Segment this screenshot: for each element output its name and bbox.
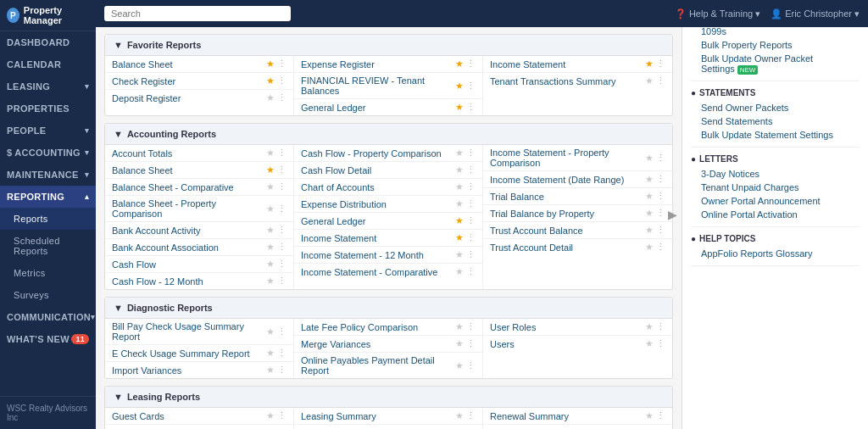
star-icon[interactable]: ★: [266, 75, 275, 86]
star-icon[interactable]: ★: [645, 208, 654, 219]
report-item[interactable]: Balance Sheet - Comparative ★ ⋮: [105, 179, 293, 196]
sidebar-item-accounting[interactable]: $ ACCOUNTING ▾: [0, 142, 96, 164]
more-icon[interactable]: ⋮: [656, 75, 665, 86]
report-item[interactable]: Bill Pay Check Usage Summary Report ★ ⋮: [105, 319, 293, 345]
star-icon[interactable]: ★: [455, 338, 464, 349]
star-icon[interactable]: ★: [645, 338, 654, 349]
star-icon[interactable]: ★: [266, 326, 275, 337]
sidebar-item-surveys[interactable]: Surveys: [0, 284, 96, 306]
panel-link[interactable]: Bulk Property Reports: [691, 38, 860, 52]
sidebar-item-metrics[interactable]: Metrics: [0, 262, 96, 284]
report-item[interactable]: Expense Register ★ ⋮: [294, 56, 482, 73]
report-item[interactable]: Guest Cards ★ ⋮: [105, 408, 293, 425]
star-icon[interactable]: ★: [645, 58, 654, 70]
more-icon[interactable]: ⋮: [466, 81, 476, 92]
report-item[interactable]: General Ledger ★ ⋮: [294, 99, 482, 115]
sidebar-item-dashboard[interactable]: DASHBOARD: [0, 31, 96, 53]
more-icon[interactable]: ⋮: [277, 75, 287, 86]
more-icon[interactable]: ⋮: [656, 208, 665, 219]
star-icon[interactable]: ★: [455, 249, 464, 260]
star-icon[interactable]: ★: [645, 191, 654, 202]
report-item[interactable]: User Roles ★ ⋮: [483, 319, 672, 336]
section-header-favorite[interactable]: ▼ Favorite Reports: [105, 35, 672, 56]
star-icon[interactable]: ★: [455, 181, 464, 192]
report-item[interactable]: Occupancy Summary ★ ⋮: [294, 425, 482, 429]
more-icon[interactable]: ⋮: [466, 232, 476, 243]
report-item[interactable]: Late Fee Policy Comparison ★ ⋮: [294, 319, 482, 336]
star-icon[interactable]: ★: [455, 198, 464, 209]
scroll-arrow[interactable]: ▶: [668, 208, 677, 221]
star-icon[interactable]: ★: [266, 203, 275, 214]
sidebar-item-whatsnew[interactable]: WHAT'S NEW 11: [0, 328, 96, 350]
report-item[interactable]: Income Statement - Comparative ★ ⋮: [294, 264, 482, 280]
report-item[interactable]: Chart of Accounts ★ ⋮: [294, 179, 482, 196]
star-icon[interactable]: ★: [455, 410, 464, 421]
section-header-accounting[interactable]: ▼ Accounting Reports: [105, 124, 672, 145]
report-item[interactable]: Cash Flow ★ ⋮: [105, 256, 293, 273]
report-item[interactable]: Income Statement (Date Range) ★ ⋮: [483, 171, 672, 188]
more-icon[interactable]: ⋮: [277, 259, 287, 270]
more-icon[interactable]: ⋮: [277, 348, 287, 359]
more-icon[interactable]: ⋮: [466, 410, 476, 421]
report-item[interactable]: Trial Balance by Property ★ ⋮: [483, 205, 672, 222]
more-icon[interactable]: ⋮: [277, 92, 287, 103]
report-item[interactable]: Rental Applications ★ ⋮: [483, 425, 672, 429]
sidebar-item-properties[interactable]: PROPERTIES: [0, 98, 96, 120]
report-item[interactable]: Income Statement ★ ⋮: [483, 56, 672, 73]
report-item[interactable]: Income Statement ★ ⋮: [294, 230, 482, 247]
star-icon[interactable]: ★: [455, 266, 464, 277]
report-item[interactable]: Users ★ ⋮: [483, 336, 672, 352]
report-item[interactable]: Cash Flow - 12 Month ★ ⋮: [105, 273, 293, 289]
report-item[interactable]: Leasing Summary ★ ⋮: [294, 408, 482, 425]
star-icon[interactable]: ★: [455, 148, 464, 159]
sidebar-item-calendar[interactable]: CALENDAR: [0, 53, 96, 75]
star-icon[interactable]: ★: [455, 321, 464, 332]
report-item[interactable]: Expense Distribution ★ ⋮: [294, 196, 482, 213]
section-header-diagnostic[interactable]: ▼ Diagnostic Reports: [105, 298, 672, 319]
more-icon[interactable]: ⋮: [277, 410, 287, 421]
more-icon[interactable]: ⋮: [277, 181, 287, 192]
more-icon[interactable]: ⋮: [466, 198, 476, 209]
report-item[interactable]: Cash Flow - Property Comparison ★ ⋮: [294, 145, 482, 162]
more-icon[interactable]: ⋮: [656, 225, 665, 236]
sidebar-item-reporting[interactable]: REPORTING ▴: [0, 186, 96, 208]
sidebar-item-leasing[interactable]: LEASING ▾: [0, 75, 96, 98]
more-icon[interactable]: ⋮: [656, 191, 665, 202]
sidebar-item-people[interactable]: PEOPLE ▾: [0, 120, 96, 142]
more-icon[interactable]: ⋮: [466, 164, 476, 176]
star-icon[interactable]: ★: [455, 102, 464, 113]
section-header-leasing[interactable]: ▼ Leasing Reports: [105, 387, 672, 408]
more-icon[interactable]: ⋮: [466, 249, 476, 260]
star-icon[interactable]: ★: [645, 75, 654, 86]
more-icon[interactable]: ⋮: [656, 321, 665, 332]
star-icon[interactable]: ★: [266, 242, 275, 253]
sidebar-item-reports[interactable]: Reports: [0, 208, 96, 230]
user-button[interactable]: 👤 Eric Christopher ▾: [771, 8, 860, 20]
star-icon[interactable]: ★: [266, 365, 275, 376]
star-icon[interactable]: ★: [266, 92, 275, 103]
report-item[interactable]: Online Payables Payment Detail Report ★ …: [294, 353, 482, 378]
star-icon[interactable]: ★: [455, 81, 464, 92]
more-icon[interactable]: ⋮: [277, 365, 287, 376]
sidebar-item-scheduled-reports[interactable]: Scheduled Reports: [0, 230, 96, 262]
star-icon[interactable]: ★: [645, 174, 654, 185]
star-icon[interactable]: ★: [266, 181, 275, 192]
panel-link[interactable]: Online Portal Activation: [691, 208, 860, 221]
more-icon[interactable]: ⋮: [277, 203, 287, 214]
star-icon[interactable]: ★: [266, 410, 275, 421]
report-item[interactable]: Trust Account Detail ★ ⋮: [483, 239, 672, 255]
star-icon[interactable]: ★: [266, 259, 275, 270]
more-icon[interactable]: ⋮: [466, 58, 476, 70]
more-icon[interactable]: ⋮: [277, 242, 287, 253]
more-icon[interactable]: ⋮: [656, 174, 665, 185]
more-icon[interactable]: ⋮: [466, 181, 476, 192]
panel-link[interactable]: Tenant Unpaid Charges: [691, 181, 860, 194]
more-icon[interactable]: ⋮: [466, 266, 476, 277]
panel-link[interactable]: Bulk Update Owner Packet SettingsNEW: [691, 52, 860, 75]
report-item[interactable]: Balance Sheet ★ ⋮: [105, 56, 293, 73]
report-item[interactable]: Renewal Summary ★ ⋮: [483, 408, 672, 425]
panel-link[interactable]: Owner Portal Announcement: [691, 194, 860, 208]
more-icon[interactable]: ⋮: [277, 164, 287, 176]
report-item[interactable]: Balance Sheet - Property Comparison ★ ⋮: [105, 196, 293, 222]
more-icon[interactable]: ⋮: [277, 58, 287, 70]
